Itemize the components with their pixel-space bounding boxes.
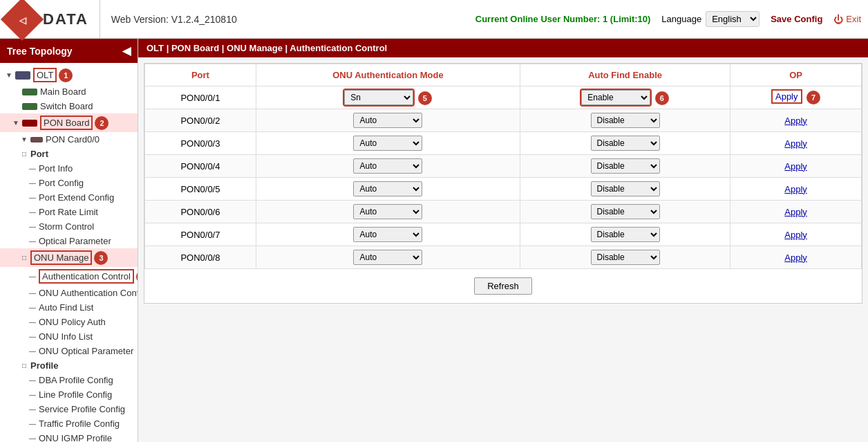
table-row: PON0/0/5 SnAutoLoidHybrid EnableDisable (145, 178, 862, 201)
auth-control-label: Authentication Control (39, 269, 134, 284)
sidebar-item-service-profile[interactable]: — Service Profile Config (0, 402, 138, 416)
op-cell: Apply 7 (730, 86, 862, 109)
port-cell: PON0/0/4 (145, 155, 256, 178)
dash-storm-icon: — (28, 222, 37, 232)
sidebar-item-auth-control[interactable]: — Authentication Control 4 (0, 267, 138, 286)
mode-cell: SnAutoLoidHybrid (256, 178, 520, 201)
language-area: Language English Chinese (661, 11, 760, 27)
badge-7: 7 (806, 91, 820, 104)
autofind-cell: EnableDisable (520, 109, 730, 132)
dba-profile-label: DBA Profile Config (39, 375, 113, 385)
apply-link-2[interactable]: Apply (784, 116, 807, 126)
table-row: PON0/0/4 SnAutoLoidHybrid EnableDisable (145, 155, 862, 178)
badge-1: 1 (59, 68, 73, 82)
sidebar-item-port-extend-config[interactable]: — Port Extend Config (0, 190, 138, 205)
sidebar-item-port-rate-limit[interactable]: — Port Rate Limit (0, 205, 138, 219)
save-config-link[interactable]: Save Config (771, 14, 822, 24)
mode-select-4[interactable]: SnAutoLoidHybrid (353, 158, 422, 174)
mode-cell: SnAutoLoidHybrid (256, 132, 520, 155)
sidebar-item-pon-card[interactable]: ▼ PON Card0/0 (0, 132, 138, 147)
mode-cell: SnAutoLoidHybrid (256, 155, 520, 178)
autofind-select-6[interactable]: EnableDisable (591, 204, 660, 219)
sidebar-item-onu-auth-config[interactable]: — ONU Authentication Config (0, 286, 138, 300)
apply-link-3[interactable]: Apply (784, 138, 807, 149)
apply-link-5[interactable]: Apply (784, 184, 807, 194)
expand-olt-icon: ▼ (4, 71, 14, 80)
sidebar-item-storm-control[interactable]: — Storm Control (0, 219, 138, 234)
table-row: PON0/0/3 SnAutoLoidHybrid EnableDisable (145, 132, 862, 155)
exit-button[interactable]: ⏻ Exit (833, 14, 861, 25)
power-icon: ⏻ (833, 14, 843, 25)
apply-link-4[interactable]: Apply (784, 161, 807, 172)
autofind-select-5[interactable]: EnableDisable (591, 181, 660, 196)
autofind-select-7[interactable]: EnableDisable (591, 227, 660, 242)
autofind-select-4[interactable]: EnableDisable (591, 158, 660, 174)
expand-ponboard-icon: ▼ (11, 118, 21, 128)
sidebar-item-port-info[interactable]: — Port Info (0, 161, 138, 176)
dash-auth-icon: — (28, 272, 37, 282)
apply-link-7[interactable]: Apply (784, 230, 807, 240)
sidebar-item-onu-info-list[interactable]: — ONU Info List (0, 329, 138, 344)
storm-control-label: Storm Control (39, 221, 94, 232)
dash-optical-icon: — (28, 237, 37, 246)
switchboard-node-icon (22, 103, 37, 110)
sidebar-item-dba-profile[interactable]: — DBA Profile Config (0, 373, 138, 387)
exit-label: Exit (846, 14, 861, 24)
optical-parameter-label: Optical Parameter (39, 236, 111, 246)
sidebar-item-port-config[interactable]: — Port Config (0, 176, 138, 190)
mode-select-1[interactable]: Sn Auto Loid Hybrid (344, 90, 413, 105)
apply-link-8[interactable]: Apply (784, 252, 807, 263)
op-cell: Apply (730, 223, 862, 246)
port-rate-limit-label: Port Rate Limit (39, 207, 98, 217)
onu-policy-auth-label: ONU Policy Auth (39, 317, 106, 327)
dash-portextend-icon: — (28, 193, 37, 203)
apply-link-1[interactable]: Apply (771, 89, 802, 104)
sidebar-item-onu-policy-auth[interactable]: — ONU Policy Auth (0, 315, 138, 329)
port-cell: PON0/0/1 (145, 86, 256, 109)
sidebar-item-olt[interactable]: ▼ OLT 1 (0, 66, 138, 84)
content-body: Port ONU Authentication Mode Auto Find E… (138, 57, 868, 442)
poncard-node-icon (30, 137, 43, 142)
mode-select-7[interactable]: SnAutoLoidHybrid (353, 227, 422, 242)
sidebar-collapse-button[interactable]: ◀ (122, 44, 131, 57)
autofind-cell: EnableDisable (520, 223, 730, 246)
autofind-select-3[interactable]: EnableDisable (591, 136, 660, 151)
mode-cell: SnAutoLoidHybrid (256, 201, 520, 223)
autofind-cell: EnableDisable (520, 246, 730, 269)
table-container: Port ONU Authentication Mode Auto Find E… (144, 63, 862, 304)
autofind-cell: EnableDisable (520, 132, 730, 155)
sidebar-item-profile[interactable]: □ Profile (0, 358, 138, 373)
language-label: Language (661, 14, 701, 24)
mode-select-5[interactable]: SnAutoLoidHybrid (353, 181, 422, 196)
mode-select-6[interactable]: SnAutoLoidHybrid (353, 204, 422, 219)
sidebar-item-pon-board[interactable]: ▼ PON Board 2 (0, 113, 138, 132)
col-header-op: OP (730, 64, 862, 86)
sidebar-item-onu-igmp[interactable]: — ONU IGMP Profile (0, 431, 138, 442)
port-extend-config-label: Port Extend Config (39, 192, 114, 203)
service-profile-label: Service Profile Config (39, 404, 125, 414)
sidebar-item-onu-optical-parameter[interactable]: — ONU Optical Parameter (0, 344, 138, 358)
autofind-select-8[interactable]: EnableDisable (591, 250, 660, 265)
mode-select-2[interactable]: SnAutoLoidHybrid (353, 113, 422, 128)
tree-root: ▼ OLT 1 Main Board Switch Board ▼ (0, 63, 138, 442)
autofind-select-2[interactable]: EnableDisable (591, 113, 660, 128)
sidebar-item-optical-parameter[interactable]: — Optical Parameter (0, 234, 138, 248)
pon-board-label: PON Board (40, 116, 93, 130)
sidebar-item-switch-board[interactable]: Switch Board (0, 99, 138, 113)
op-cell: Apply (730, 201, 862, 223)
port-config-label: Port Config (39, 178, 84, 188)
onu-info-list-label: ONU Info List (39, 331, 93, 342)
table-row: PON0/0/8 SnAutoLoidHybrid EnableDisable (145, 246, 862, 269)
sidebar-item-port[interactable]: □ Port (0, 147, 138, 161)
sidebar-item-main-board[interactable]: Main Board (0, 84, 138, 99)
sidebar-item-line-profile[interactable]: — Line Profile Config (0, 387, 138, 402)
sidebar-item-onu-manage[interactable]: □ ONU Manage 3 (0, 248, 138, 267)
refresh-button[interactable]: Refresh (474, 277, 532, 295)
autofind-select-1[interactable]: Enable Disable (581, 90, 650, 105)
language-select[interactable]: English Chinese (706, 11, 760, 27)
apply-link-6[interactable]: Apply (784, 207, 807, 217)
mode-select-3[interactable]: SnAutoLoidHybrid (353, 136, 422, 151)
mode-select-8[interactable]: SnAutoLoidHybrid (353, 250, 422, 265)
sidebar-item-traffic-profile[interactable]: — Traffic Profile Config (0, 416, 138, 431)
sidebar-item-auto-find-list[interactable]: — Auto Find List (0, 300, 138, 315)
